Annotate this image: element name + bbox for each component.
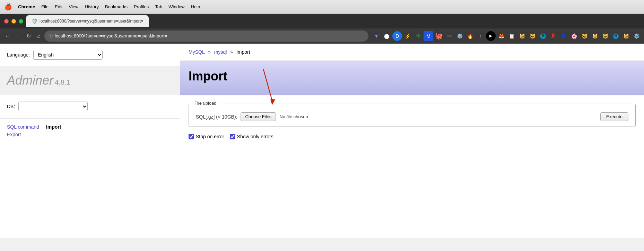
stop-on-error-label: Stop on error bbox=[196, 134, 224, 139]
tab-bar: 🛡️ localhost:8000/?server=mysql&username… bbox=[0, 14, 644, 28]
brand-version: 4.8.1 bbox=[55, 78, 70, 86]
ext-icon-25[interactable]: 🐱 bbox=[621, 31, 631, 41]
import-body: File upload SQL[.gz] (< 10GB): Choose Fi… bbox=[180, 95, 644, 148]
show-only-errors-item[interactable]: Show only errors bbox=[230, 134, 273, 139]
back-button[interactable]: ← bbox=[3, 31, 12, 41]
ext-icon-11[interactable]: ↑ bbox=[476, 31, 485, 41]
ext-icon-23[interactable]: 🐱 bbox=[600, 31, 610, 41]
page-title: Import bbox=[189, 69, 636, 84]
breadcrumb-sep-2: » bbox=[230, 49, 233, 55]
choose-files-button[interactable]: Choose Files bbox=[241, 112, 276, 121]
menu-bookmarks[interactable]: Bookmarks bbox=[105, 4, 128, 9]
ext-icon-16[interactable]: 🐱 bbox=[528, 31, 537, 41]
home-button[interactable]: ⌂ bbox=[34, 31, 44, 41]
file-upload-section: File upload SQL[.gz] (< 10GB): Choose Fi… bbox=[189, 104, 636, 127]
no-file-text: No file chosen bbox=[279, 114, 308, 119]
menu-chrome[interactable]: Chrome bbox=[18, 4, 35, 9]
active-tab[interactable]: 🛡️ localhost:8000/?server=mysql&username… bbox=[26, 15, 149, 27]
brand-section: Adminer 4.8.1 bbox=[0, 66, 180, 95]
ext-icon-1[interactable]: ▼ bbox=[372, 31, 381, 41]
ext-icon-10[interactable]: 🔥 bbox=[465, 31, 475, 41]
file-upload-row: SQL[.gz] (< 10GB): Choose Files No file … bbox=[196, 112, 628, 121]
apple-menu[interactable]: 🍎 bbox=[4, 3, 12, 11]
ext-icon-4[interactable]: ⚡ bbox=[403, 31, 412, 41]
tab-title: localhost:8000/?server=mysql&username=us… bbox=[40, 19, 143, 24]
menu-history[interactable]: History bbox=[85, 4, 98, 9]
ext-icon-20[interactable]: 🌸 bbox=[569, 31, 579, 41]
db-section: DB: bbox=[0, 95, 180, 119]
show-only-errors-label: Show only errors bbox=[237, 134, 273, 139]
ext-icon-5[interactable]: ✛ bbox=[413, 31, 423, 41]
ext-icon-6[interactable]: M bbox=[424, 31, 433, 41]
file-upload-label: SQL[.gz] (< 10GB): bbox=[196, 114, 237, 120]
menu-profiles[interactable]: Profiles bbox=[134, 4, 149, 9]
show-only-errors-checkbox[interactable] bbox=[230, 134, 235, 139]
breadcrumb-mysql[interactable]: MySQL bbox=[189, 49, 204, 55]
minimize-button[interactable] bbox=[11, 19, 16, 24]
import-link[interactable]: Import bbox=[46, 124, 61, 130]
ext-icon-24[interactable]: 🌐 bbox=[611, 31, 620, 41]
sidebar: Language: English Adminer 4.8.1 DB: SQL … bbox=[0, 44, 180, 238]
menu-file[interactable]: File bbox=[41, 4, 49, 9]
breadcrumb: MySQL » mysql » Import bbox=[180, 44, 644, 61]
menu-edit[interactable]: Edit bbox=[55, 4, 62, 9]
ext-icon-26[interactable]: ⚙️ bbox=[632, 31, 641, 41]
forward-button[interactable]: → bbox=[13, 31, 23, 41]
execute-button[interactable]: Execute bbox=[600, 112, 628, 121]
menu-view[interactable]: View bbox=[69, 4, 78, 9]
menu-window[interactable]: Window bbox=[168, 4, 184, 9]
language-section: Language: English bbox=[0, 44, 180, 66]
sidebar-nav: SQL command Import Export bbox=[0, 119, 180, 143]
language-select[interactable]: English bbox=[33, 50, 103, 60]
reload-button[interactable]: ↻ bbox=[24, 31, 33, 41]
ext-icon-15[interactable]: 🐱 bbox=[517, 31, 527, 41]
ext-icon-13[interactable]: 🦊 bbox=[496, 31, 506, 41]
ext-icon-9[interactable]: ⚙️ bbox=[455, 31, 464, 41]
ext-icon-2[interactable]: ⬤ bbox=[382, 31, 392, 41]
file-upload-legend: File upload bbox=[193, 101, 218, 106]
browser-chrome: 🛡️ localhost:8000/?server=mysql&username… bbox=[0, 14, 644, 44]
breadcrumb-sep-1: » bbox=[208, 49, 211, 55]
nav-row-1: SQL command Import bbox=[7, 124, 173, 130]
ext-icon-3[interactable]: D bbox=[392, 31, 402, 41]
sql-command-link[interactable]: SQL command bbox=[7, 124, 39, 130]
stop-on-error-item[interactable]: Stop on error bbox=[189, 134, 224, 139]
ext-icon-17[interactable]: 🌐 bbox=[538, 31, 548, 41]
page-content: Language: English Adminer 4.8.1 DB: SQL … bbox=[0, 44, 644, 238]
main-content: MySQL » mysql » Import Import File uploa… bbox=[180, 44, 644, 238]
import-header: Import bbox=[180, 61, 644, 95]
ext-icon-19[interactable]: k bbox=[559, 31, 568, 41]
ext-icon-22[interactable]: 🐱 bbox=[590, 31, 600, 41]
breadcrumb-import: Import bbox=[236, 49, 250, 55]
traffic-lights bbox=[3, 19, 26, 24]
stop-on-error-checkbox[interactable] bbox=[189, 134, 194, 139]
ext-icon-8[interactable]: 〰️ bbox=[444, 31, 454, 41]
export-link[interactable]: Export bbox=[7, 132, 21, 137]
nav-row-2: Export bbox=[7, 132, 173, 137]
tab-favicon: 🛡️ bbox=[32, 18, 37, 24]
ext-icon-21[interactable]: 🐱 bbox=[580, 31, 589, 41]
db-select[interactable] bbox=[18, 102, 88, 111]
checkbox-row: Stop on error Show only errors bbox=[189, 134, 636, 139]
language-label: Language: bbox=[7, 52, 30, 58]
close-button[interactable] bbox=[4, 19, 9, 24]
db-label: DB: bbox=[7, 104, 15, 109]
extension-bar: ← → ↻ ⌂ ⓘ localhost:8000/?server=mysql&u… bbox=[0, 28, 644, 44]
address-bar[interactable]: ⓘ localhost:8000/?server=mysql&username=… bbox=[44, 31, 368, 42]
ext-icon-18[interactable]: k bbox=[548, 31, 558, 41]
address-text: localhost:8000/?server=mysql&username=us… bbox=[55, 33, 364, 38]
brand-name: Adminer bbox=[7, 73, 53, 87]
ext-divider-1 bbox=[370, 32, 370, 40]
lock-icon: ⓘ bbox=[49, 33, 53, 39]
breadcrumb-mysql-db[interactable]: mysql bbox=[214, 49, 227, 55]
ext-icon-14[interactable]: 📋 bbox=[507, 31, 516, 41]
mac-menubar: 🍎 Chrome File Edit View History Bookmark… bbox=[0, 0, 644, 14]
menu-help[interactable]: Help bbox=[191, 4, 200, 9]
maximize-button[interactable] bbox=[19, 19, 23, 24]
menu-tab[interactable]: Tab bbox=[155, 4, 162, 9]
ext-icon-7[interactable]: 🐙 bbox=[434, 31, 444, 41]
ext-icon-12[interactable]: ▶ bbox=[486, 31, 496, 41]
